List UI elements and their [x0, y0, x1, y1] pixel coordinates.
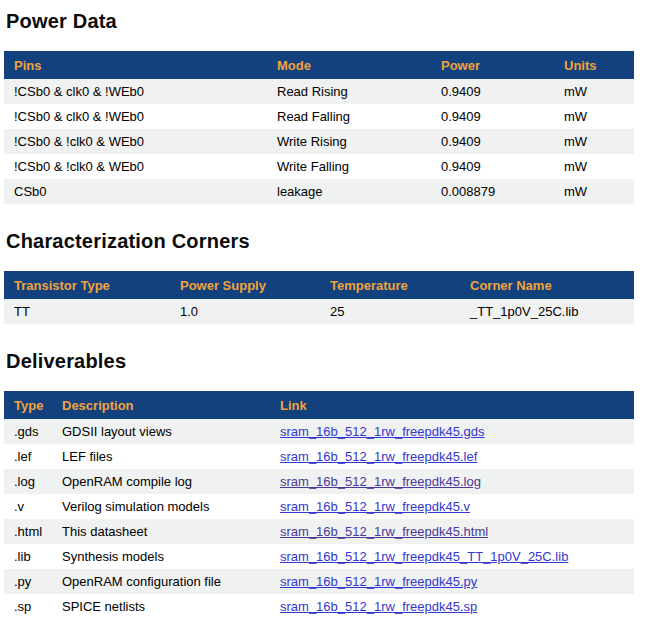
cell-type: .sp	[4, 594, 52, 619]
cell-link: sram_16b_512_1rw_freepdk45.html	[270, 519, 634, 544]
cell-units: mW	[554, 179, 634, 204]
cell-type: .v	[4, 494, 52, 519]
header-transistor-type: Transistor Type	[4, 271, 170, 299]
deliverable-file-link[interactable]: sram_16b_512_1rw_freepdk45.py	[280, 574, 477, 589]
cell-mode: Read Falling	[267, 104, 431, 129]
cell-power: 0.9409	[431, 104, 554, 129]
cell-description: Verilog simulation models	[52, 494, 270, 519]
cell-link: sram_16b_512_1rw_freepdk45.log	[270, 469, 634, 494]
cell-power: 0.9409	[431, 79, 554, 104]
cell-pins: !CSb0 & !clk0 & WEb0	[4, 129, 267, 154]
table-header-row: Transistor Type Power Supply Temperature…	[4, 271, 634, 299]
header-power-supply: Power Supply	[170, 271, 320, 299]
characterization-corners-table: Transistor Type Power Supply Temperature…	[4, 271, 634, 324]
cell-power: 0.9409	[431, 154, 554, 179]
deliverables-table: Type Description Link .gds GDSII layout …	[4, 391, 634, 619]
table-row: .lib Synthesis models sram_16b_512_1rw_f…	[4, 544, 634, 569]
deliverable-file-link[interactable]: sram_16b_512_1rw_freepdk45.log	[280, 474, 481, 489]
cell-pins: !CSb0 & clk0 & !WEb0	[4, 104, 267, 129]
cell-type: .html	[4, 519, 52, 544]
cell-pins: !CSb0 & clk0 & !WEb0	[4, 79, 267, 104]
table-header-row: Type Description Link	[4, 391, 634, 419]
cell-link: sram_16b_512_1rw_freepdk45.gds	[270, 419, 634, 444]
header-pins: Pins	[4, 51, 267, 79]
cell-units: mW	[554, 79, 634, 104]
cell-pins: !CSb0 & !clk0 & WEb0	[4, 154, 267, 179]
cell-type: .lib	[4, 544, 52, 569]
table-row: .sp SPICE netlists sram_16b_512_1rw_free…	[4, 594, 634, 619]
cell-description: LEF files	[52, 444, 270, 469]
cell-mode: Write Falling	[267, 154, 431, 179]
table-row: CSb0 leakage 0.008879 mW	[4, 179, 634, 204]
deliverable-file-link[interactable]: sram_16b_512_1rw_freepdk45_TT_1p0V_25C.l…	[280, 549, 568, 564]
table-header-row: Pins Mode Power Units	[4, 51, 634, 79]
table-row: !CSb0 & clk0 & !WEb0 Read Rising 0.9409 …	[4, 79, 634, 104]
table-row: !CSb0 & !clk0 & WEb0 Write Rising 0.9409…	[4, 129, 634, 154]
cell-type: .py	[4, 569, 52, 594]
cell-description: OpenRAM configuration file	[52, 569, 270, 594]
power-data-table: Pins Mode Power Units !CSb0 & clk0 & !WE…	[4, 51, 634, 204]
deliverable-file-link[interactable]: sram_16b_512_1rw_freepdk45.lef	[280, 449, 477, 464]
header-corner-name: Corner Name	[460, 271, 634, 299]
table-row: .html This datasheet sram_16b_512_1rw_fr…	[4, 519, 634, 544]
table-row: !CSb0 & !clk0 & WEb0 Write Falling 0.940…	[4, 154, 634, 179]
power-data-title: Power Data	[6, 10, 634, 33]
cell-units: mW	[554, 129, 634, 154]
header-description: Description	[52, 391, 270, 419]
deliverables-title: Deliverables	[6, 350, 634, 373]
cell-link: sram_16b_512_1rw_freepdk45_TT_1p0V_25C.l…	[270, 544, 634, 569]
cell-type: .gds	[4, 419, 52, 444]
cell-description: OpenRAM compile log	[52, 469, 270, 494]
cell-description: Synthesis models	[52, 544, 270, 569]
table-row: .lef LEF files sram_16b_512_1rw_freepdk4…	[4, 444, 634, 469]
header-link: Link	[270, 391, 634, 419]
cell-mode: Write Rising	[267, 129, 431, 154]
cell-link: sram_16b_512_1rw_freepdk45.lef	[270, 444, 634, 469]
deliverable-file-link[interactable]: sram_16b_512_1rw_freepdk45.sp	[280, 599, 477, 614]
cell-power-supply: 1.0	[170, 299, 320, 324]
deliverable-file-link[interactable]: sram_16b_512_1rw_freepdk45.html	[280, 524, 488, 539]
cell-link: sram_16b_512_1rw_freepdk45.py	[270, 569, 634, 594]
cell-mode: Read Rising	[267, 79, 431, 104]
header-mode: Mode	[267, 51, 431, 79]
cell-power: 0.008879	[431, 179, 554, 204]
header-temperature: Temperature	[320, 271, 460, 299]
table-row: .py OpenRAM configuration file sram_16b_…	[4, 569, 634, 594]
cell-power: 0.9409	[431, 129, 554, 154]
cell-description: GDSII layout views	[52, 419, 270, 444]
deliverable-file-link[interactable]: sram_16b_512_1rw_freepdk45.v	[280, 499, 470, 514]
header-type: Type	[4, 391, 52, 419]
header-units: Units	[554, 51, 634, 79]
cell-description: SPICE netlists	[52, 594, 270, 619]
deliverable-file-link[interactable]: sram_16b_512_1rw_freepdk45.gds	[280, 424, 485, 439]
cell-description: This datasheet	[52, 519, 270, 544]
cell-link: sram_16b_512_1rw_freepdk45.sp	[270, 594, 634, 619]
cell-corner-name: _TT_1p0V_25C.lib	[460, 299, 634, 324]
cell-mode: leakage	[267, 179, 431, 204]
table-row: .log OpenRAM compile log sram_16b_512_1r…	[4, 469, 634, 494]
cell-units: mW	[554, 154, 634, 179]
header-power: Power	[431, 51, 554, 79]
cell-units: mW	[554, 104, 634, 129]
cell-link: sram_16b_512_1rw_freepdk45.v	[270, 494, 634, 519]
cell-pins: CSb0	[4, 179, 267, 204]
table-row: TT 1.0 25 _TT_1p0V_25C.lib	[4, 299, 634, 324]
cell-type: .log	[4, 469, 52, 494]
table-row: .v Verilog simulation models sram_16b_51…	[4, 494, 634, 519]
characterization-corners-title: Characterization Corners	[6, 230, 634, 253]
cell-temperature: 25	[320, 299, 460, 324]
table-row: .gds GDSII layout views sram_16b_512_1rw…	[4, 419, 634, 444]
cell-transistor-type: TT	[4, 299, 170, 324]
cell-type: .lef	[4, 444, 52, 469]
table-row: !CSb0 & clk0 & !WEb0 Read Falling 0.9409…	[4, 104, 634, 129]
